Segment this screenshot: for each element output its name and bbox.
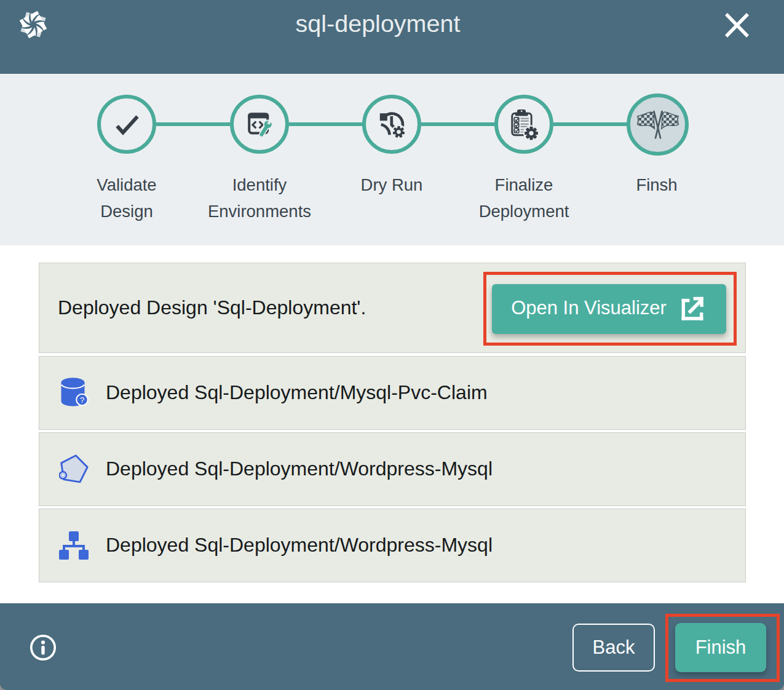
svg-text:?: ? (80, 395, 84, 405)
